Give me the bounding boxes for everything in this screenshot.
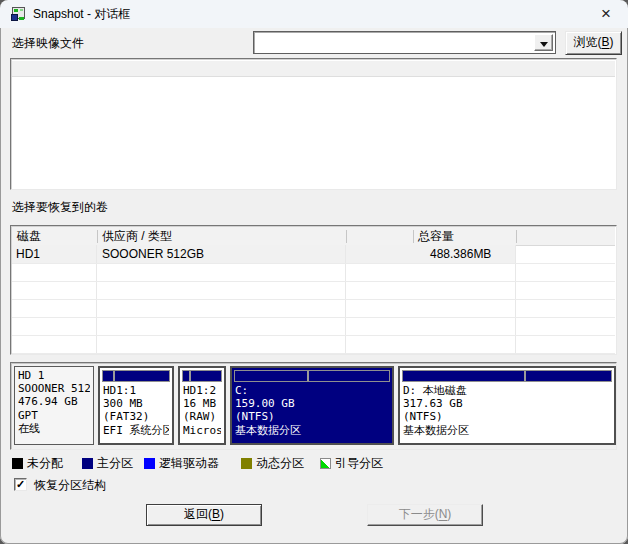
title-bar: Snapshot - 对话框 × xyxy=(0,0,628,28)
partition-usage-bar xyxy=(402,370,612,382)
browse-button[interactable]: 浏览(B) xyxy=(565,31,622,55)
disk-name: HD 1 xyxy=(18,369,90,382)
partition-fs: (FAT32) xyxy=(103,410,169,423)
gridline xyxy=(12,299,615,300)
partition-type: EFI 系统分区 xyxy=(103,424,169,437)
partition-name: D: 本地磁盘 xyxy=(403,384,611,397)
gridline xyxy=(12,263,615,264)
restore-target-label: 选择要恢复到的卷 xyxy=(12,198,108,216)
legend-swatch-unallocated xyxy=(12,458,23,469)
column-header-vendor-type[interactable]: 供应商 / 类型 xyxy=(102,228,172,245)
disk-status: 在线 xyxy=(18,422,90,435)
usage-tick xyxy=(189,371,191,381)
partition-fs: (NTFS) xyxy=(235,410,389,423)
back-button[interactable]: 返回(B) xyxy=(146,504,262,526)
usage-tick xyxy=(524,371,526,381)
restore-structure-label[interactable]: 恢复分区结构 xyxy=(34,477,106,493)
image-file-label: 选择映像文件 xyxy=(12,33,84,53)
partition-usage-bar xyxy=(234,370,390,382)
disk-vendor: SOOONER 512GB xyxy=(18,382,90,395)
volume-table[interactable]: 磁盘 供应商 / 类型 总容量 HD1 SOOONER 512GB 488.38… xyxy=(10,225,617,355)
partition-size: 159.00 GB xyxy=(235,397,389,410)
legend-label-dynamic: 动态分区 xyxy=(256,455,304,471)
partition-usage-bar xyxy=(182,370,222,382)
legend-label-unallocated: 未分配 xyxy=(27,455,63,471)
disk-info-box: HD 1 SOOONER 512GB 476.94 GB GPT 在线 xyxy=(14,366,94,445)
gridline xyxy=(12,281,615,282)
column-header-capacity[interactable]: 总容量 xyxy=(418,228,454,245)
partition-hd1-2[interactable]: HD1:2 16 MB (RAW) Microsoft xyxy=(178,366,226,445)
usage-tick xyxy=(307,371,309,381)
partition-name: C: xyxy=(235,384,389,397)
table-row[interactable]: HD1 SOOONER 512GB 488.386MB xyxy=(12,245,516,263)
legend-swatch-primary xyxy=(82,458,93,469)
app-icon xyxy=(10,6,26,22)
partition-fs: (NTFS) xyxy=(403,410,611,423)
partition-name: HD1:2 xyxy=(183,384,221,397)
partition-size: 16 MB xyxy=(183,397,221,410)
usage-tick xyxy=(113,371,115,381)
legend-label-logical: 逻辑驱动器 xyxy=(159,455,219,471)
cell-capacity: 488.386MB xyxy=(430,245,491,263)
restore-structure-checkbox[interactable]: ✓ xyxy=(14,478,27,491)
combobox-dropdown-button[interactable] xyxy=(534,34,553,51)
header-divider[interactable] xyxy=(97,230,98,243)
close-icon[interactable]: × xyxy=(590,0,622,28)
image-file-list-header xyxy=(12,61,615,77)
legend-swatch-boot xyxy=(320,458,331,469)
chevron-down-icon xyxy=(540,42,548,51)
partition-d[interactable]: D: 本地磁盘 317.63 GB (NTFS) 基本数据分区 xyxy=(398,366,616,445)
next-button[interactable]: 下一步(N) xyxy=(367,504,483,526)
partition-usage-bar xyxy=(102,370,170,382)
header-divider[interactable] xyxy=(346,230,347,243)
partition-type: 基本数据分区 xyxy=(235,424,389,437)
gridline xyxy=(12,353,615,354)
header-divider[interactable] xyxy=(516,230,517,243)
snapshot-dialog: Snapshot - 对话框 × 选择映像文件 浏览(B) 选择要恢复到的卷 磁… xyxy=(0,0,628,544)
disk-size: 476.94 GB xyxy=(18,395,90,408)
legend-swatch-dynamic xyxy=(241,458,252,469)
partition-c-selected[interactable]: C: 159.00 GB (NTFS) 基本数据分区 xyxy=(230,366,394,445)
column-header-disk[interactable]: 磁盘 xyxy=(17,228,41,245)
image-file-input[interactable] xyxy=(256,34,532,51)
image-file-list[interactable] xyxy=(10,58,617,190)
partition-size: 317.63 GB xyxy=(403,397,611,410)
window-title: Snapshot - 对话框 xyxy=(33,0,130,28)
partition-type: 基本数据分区 xyxy=(403,424,611,437)
partition-type: Microsoft xyxy=(183,424,221,437)
gridline xyxy=(12,335,615,336)
partition-hd1-1[interactable]: HD1:1 300 MB (FAT32) EFI 系统分区 xyxy=(98,366,174,445)
partition-name: HD1:1 xyxy=(103,384,169,397)
partition-fs: (RAW) xyxy=(183,410,221,423)
disk-layout: GPT xyxy=(18,409,90,422)
legend-label-boot: 引导分区 xyxy=(335,455,383,471)
volume-table-header: 磁盘 供应商 / 类型 总容量 xyxy=(12,227,615,246)
cell-disk: HD1 xyxy=(16,245,40,263)
gridline xyxy=(12,317,615,318)
partition-size: 300 MB xyxy=(103,397,169,410)
legend-label-primary: 主分区 xyxy=(97,455,133,471)
cell-vendor-type: SOOONER 512GB xyxy=(102,245,204,263)
header-divider[interactable] xyxy=(413,230,414,243)
legend-swatch-logical xyxy=(144,458,155,469)
disk-map-panel: HD 1 SOOONER 512GB 476.94 GB GPT 在线 HD1:… xyxy=(10,362,617,450)
image-file-combobox[interactable] xyxy=(253,31,556,54)
